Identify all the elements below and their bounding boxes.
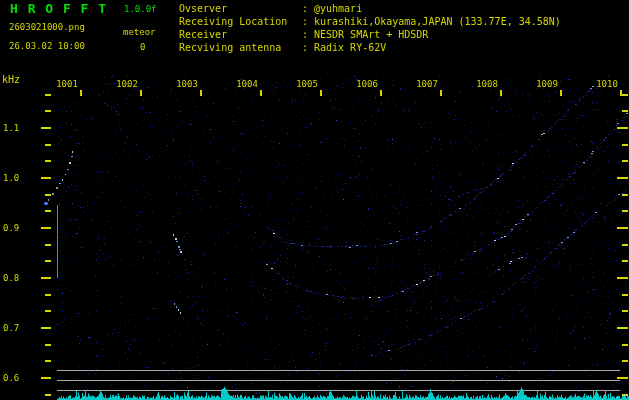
freq-label-0.8: 0.8 xyxy=(3,273,19,283)
info-separator: : xyxy=(302,28,314,41)
freq-label-1.0: 1.0 xyxy=(3,173,19,183)
info-label: Receiving Location xyxy=(179,15,302,28)
observer-info-table: Ovserver:@yuhmariReceiving Location:kura… xyxy=(179,2,561,54)
time-label-1010: 1010 xyxy=(587,79,627,89)
time-label-1006: 1006 xyxy=(347,79,387,89)
info-label: Ovserver xyxy=(179,2,302,15)
info-separator: : xyxy=(302,2,314,15)
info-separator: : xyxy=(302,41,314,54)
info-row: Recviving antenna:Radix RY-62V xyxy=(179,41,561,54)
output-filename: 2603021000.png xyxy=(9,22,85,32)
info-label: Recviving antenna xyxy=(179,41,302,54)
info-label: Receiver xyxy=(179,28,302,41)
info-value: NESDR SMArt + HDSDR xyxy=(314,28,428,41)
info-value: kurashiki,Okayama,JAPAN (133.77E, 34.58N… xyxy=(314,15,561,28)
meteor-count-label: meteor xyxy=(123,27,156,37)
freq-label-0.9: 0.9 xyxy=(3,223,19,233)
time-label-1009: 1009 xyxy=(527,79,567,89)
info-separator: : xyxy=(302,15,314,28)
hrofft-window: H R O F F T 1.0.0f 2603021000.png meteor… xyxy=(0,0,629,400)
freq-label-1.1: 1.1 xyxy=(3,123,19,133)
info-row: Receiver:NESDR SMArt + HDSDR xyxy=(179,28,561,41)
app-version: 1.0.0f xyxy=(124,4,157,14)
time-label-1007: 1007 xyxy=(407,79,447,89)
time-label-1001: 1001 xyxy=(47,79,87,89)
info-value: Radix RY-62V xyxy=(314,41,386,54)
spectrogram-canvas xyxy=(0,0,629,400)
info-value: @yuhmari xyxy=(314,2,362,15)
freq-label-0.6: 0.6 xyxy=(3,373,19,383)
time-label-1003: 1003 xyxy=(167,79,207,89)
app-title: H R O F F T xyxy=(10,1,107,16)
observation-datetime: 26.03.02 10:00 xyxy=(9,41,85,51)
time-label-1004: 1004 xyxy=(227,79,267,89)
time-label-1008: 1008 xyxy=(467,79,507,89)
freq-label-0.7: 0.7 xyxy=(3,323,19,333)
time-label-1002: 1002 xyxy=(107,79,147,89)
info-row: Receiving Location:kurashiki,Okayama,JAP… xyxy=(179,15,561,28)
freq-axis-unit: kHz xyxy=(2,74,20,85)
time-label-1005: 1005 xyxy=(287,79,327,89)
info-row: Ovserver:@yuhmari xyxy=(179,2,561,15)
meteor-count-value: 0 xyxy=(140,42,145,52)
